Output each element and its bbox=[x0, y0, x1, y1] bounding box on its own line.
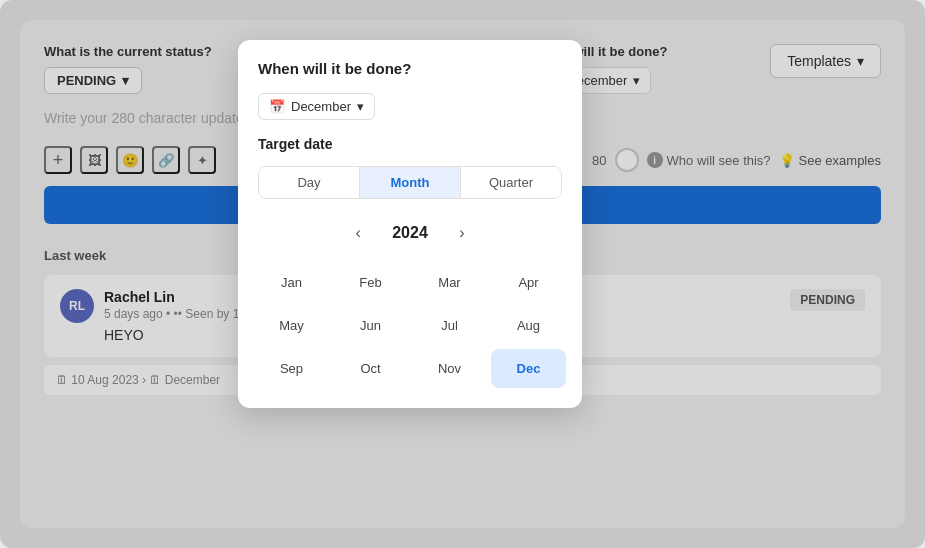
modal-title-row: When will it be done? bbox=[258, 60, 562, 77]
modal-calendar-icon: 📅 bbox=[269, 99, 285, 114]
month-cell-oct[interactable]: Oct bbox=[333, 349, 408, 388]
segment-month-label: Month bbox=[391, 175, 430, 190]
next-year-button[interactable]: › bbox=[448, 219, 476, 247]
month-cell-jan[interactable]: Jan bbox=[254, 263, 329, 302]
date-picker-modal: When will it be done? 📅 December ▾ Targe… bbox=[238, 40, 582, 408]
month-cell-mar[interactable]: Mar bbox=[412, 263, 487, 302]
segment-quarter-button[interactable]: Quarter bbox=[461, 167, 561, 198]
modal-date-row: 📅 December ▾ bbox=[258, 93, 562, 120]
month-cell-feb[interactable]: Feb bbox=[333, 263, 408, 302]
segment-quarter-label: Quarter bbox=[489, 175, 533, 190]
year-display: 2024 bbox=[392, 224, 428, 242]
segment-day-label: Day bbox=[297, 175, 320, 190]
target-date-label: Target date bbox=[238, 136, 582, 152]
segment-control: Day Month Quarter bbox=[258, 166, 562, 199]
modal-title: When will it be done? bbox=[258, 60, 411, 77]
month-cell-jul[interactable]: Jul bbox=[412, 306, 487, 345]
prev-year-button[interactable]: ‹ bbox=[344, 219, 372, 247]
segment-day-button[interactable]: Day bbox=[259, 167, 360, 198]
month-cell-nov[interactable]: Nov bbox=[412, 349, 487, 388]
modal-date-button[interactable]: 📅 December ▾ bbox=[258, 93, 375, 120]
month-cell-may[interactable]: May bbox=[254, 306, 329, 345]
modal-date-chevron: ▾ bbox=[357, 99, 364, 114]
year-nav: ‹ 2024 › bbox=[238, 219, 582, 247]
prev-year-icon: ‹ bbox=[356, 224, 361, 242]
modal-date-label: December bbox=[291, 99, 351, 114]
modal-header: When will it be done? 📅 December ▾ bbox=[238, 40, 582, 120]
month-cell-sep[interactable]: Sep bbox=[254, 349, 329, 388]
month-cell-aug[interactable]: Aug bbox=[491, 306, 566, 345]
month-cell-apr[interactable]: Apr bbox=[491, 263, 566, 302]
next-year-icon: › bbox=[459, 224, 464, 242]
segment-month-button[interactable]: Month bbox=[360, 167, 461, 198]
month-cell-jun[interactable]: Jun bbox=[333, 306, 408, 345]
month-cell-dec[interactable]: Dec bbox=[491, 349, 566, 388]
month-grid: JanFebMarAprMayJunJulAugSepOctNovDec bbox=[238, 263, 582, 408]
